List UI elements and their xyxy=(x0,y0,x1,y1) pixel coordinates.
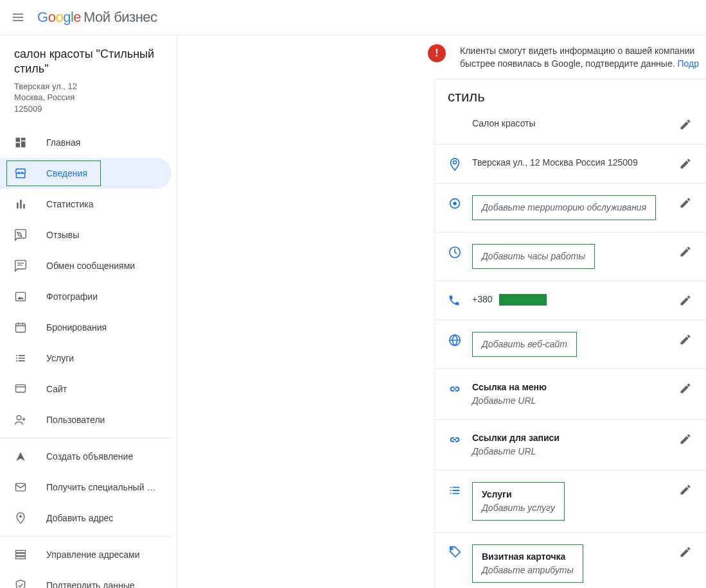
svg-rect-8 xyxy=(16,484,26,492)
row-services: Услуги Добавить услугу xyxy=(435,470,706,532)
menu-link-sub: Добавьте URL xyxy=(472,395,536,406)
nav-manage-addresses[interactable]: Управление адресами xyxy=(0,539,172,570)
edit-services-button[interactable] xyxy=(678,482,693,497)
nav-photos[interactable]: Фотографии xyxy=(0,281,172,312)
tag-icon xyxy=(448,544,472,560)
add-website-button[interactable]: Добавить веб-сайт xyxy=(472,332,577,357)
phone-value: +380 xyxy=(472,293,678,306)
edit-menu-link-button[interactable] xyxy=(678,381,693,396)
hamburger-menu-icon[interactable] xyxy=(10,10,26,25)
row-website: Добавить веб-сайт xyxy=(435,320,706,368)
add-location-icon xyxy=(14,512,31,524)
banner-link[interactable]: Подр xyxy=(677,58,699,69)
nav-home[interactable]: Главная xyxy=(0,127,172,158)
business-address: Тверская ул., 12 Москва, Россия 125009 xyxy=(14,81,163,115)
grid-icon xyxy=(14,548,31,561)
menu-link-title: Ссылка на меню xyxy=(472,382,547,392)
row-category: Салон красоты xyxy=(435,117,706,144)
svg-rect-6 xyxy=(16,385,26,393)
calendar-icon xyxy=(14,321,31,334)
verified-icon xyxy=(14,579,31,588)
users-icon xyxy=(14,413,31,426)
edit-website-button[interactable] xyxy=(678,332,693,347)
mail-icon xyxy=(14,481,31,494)
panel-title: стиль xyxy=(435,80,706,117)
nav-info[interactable]: Сведения xyxy=(0,158,172,189)
nav-statistics[interactable]: Статистика xyxy=(0,189,172,220)
nav-add-address[interactable]: Добавить адрес xyxy=(0,503,172,533)
globe-icon xyxy=(448,332,472,347)
alert-icon: ! xyxy=(428,44,446,62)
web-icon xyxy=(14,383,31,395)
business-name: салон красоты "Стильный стиль" xyxy=(14,47,163,77)
verification-banner: ! Клиенты смогут видеть информацию о ваш… xyxy=(428,35,706,78)
pin-icon xyxy=(448,156,472,171)
business-header: салон красоты "Стильный стиль" Тверская … xyxy=(0,35,177,123)
add-attributes-button[interactable]: Визитная карточка Добавьте атрибуты xyxy=(472,544,583,583)
row-phone: +380 xyxy=(435,281,706,320)
booking-links-sub: Добавьте URL xyxy=(472,446,536,456)
booking-links-title: Ссылки для записи xyxy=(472,433,560,443)
row-service-area: Добавьте территорию обслуживания xyxy=(435,183,706,232)
address-value: Тверская ул., 12 Москва Россия 125009 xyxy=(472,156,678,169)
add-service-area-button[interactable]: Добавьте территорию обслуживания xyxy=(472,195,656,220)
target-icon xyxy=(448,195,472,211)
nav-verify[interactable]: Подтвердить данные xyxy=(0,570,172,588)
edit-service-area-button[interactable] xyxy=(678,195,693,211)
sidebar: салон красоты "Стильный стиль" Тверская … xyxy=(0,35,177,588)
main-content: ! Клиенты смогут видеть информацию о ваш… xyxy=(177,35,706,588)
edit-address-button[interactable] xyxy=(678,156,693,171)
nav-messages[interactable]: Обмен сообщениями xyxy=(0,250,172,281)
nav-users[interactable]: Пользователи xyxy=(0,404,172,435)
review-icon xyxy=(14,229,31,241)
nav-services[interactable]: Услуги xyxy=(0,343,172,374)
row-hours: Добавить часы работы xyxy=(435,232,706,281)
edit-category-button[interactable] xyxy=(678,117,693,132)
google-logo: Google Мой бизнес xyxy=(37,9,157,26)
edit-phone-button[interactable] xyxy=(678,293,693,308)
svg-rect-5 xyxy=(16,324,26,333)
info-panel: стиль Салон красоты Тверская ул., 12 Мос… xyxy=(434,79,706,588)
svg-rect-4 xyxy=(16,293,26,301)
photo-icon xyxy=(14,290,31,303)
svg-point-7 xyxy=(17,416,21,420)
ads-icon xyxy=(14,450,31,463)
row-menu-link: Ссылка на меню Добавьте URL xyxy=(435,368,706,419)
row-address: Тверская ул., 12 Москва Россия 125009 xyxy=(435,144,706,183)
nav-bookings[interactable]: Бронирования xyxy=(0,312,172,343)
clock-icon xyxy=(448,244,472,259)
app-bar: Google Мой бизнес xyxy=(0,0,706,35)
link-icon xyxy=(448,381,472,396)
phone-masked xyxy=(499,294,547,306)
bar-chart-icon xyxy=(14,198,31,211)
banner-text: Клиенты смогут видеть информацию о вашей… xyxy=(460,44,699,71)
phone-icon xyxy=(448,293,472,307)
add-hours-button[interactable]: Добавить часы работы xyxy=(472,244,595,269)
row-booking-links: Ссылки для записи Добавьте URL xyxy=(435,419,706,470)
nav-website[interactable]: Сайт xyxy=(0,374,172,404)
product-name: Мой бизнес xyxy=(84,9,157,26)
storefront-icon xyxy=(14,167,31,180)
nav-reviews[interactable]: Отзывы xyxy=(0,220,172,250)
edit-booking-links-button[interactable] xyxy=(678,431,693,447)
nav-special-account[interactable]: Получить специальный акк... xyxy=(0,472,172,503)
edit-business-card-button[interactable] xyxy=(678,544,693,560)
list-icon xyxy=(448,482,472,497)
list-icon xyxy=(14,352,31,365)
link-icon xyxy=(448,431,472,447)
category-value: Салон красоты xyxy=(472,117,678,130)
row-business-card: Визитная карточка Добавьте атрибуты xyxy=(435,532,706,588)
dashboard-icon xyxy=(14,136,31,149)
chat-icon xyxy=(14,259,31,272)
primary-nav: Главная Сведения Статистика Отзывы Обмен… xyxy=(0,123,177,588)
nav-create-ad[interactable]: Создать объявление xyxy=(0,441,172,472)
add-service-button[interactable]: Услуги Добавить услугу xyxy=(472,482,565,521)
edit-hours-button[interactable] xyxy=(678,244,693,259)
